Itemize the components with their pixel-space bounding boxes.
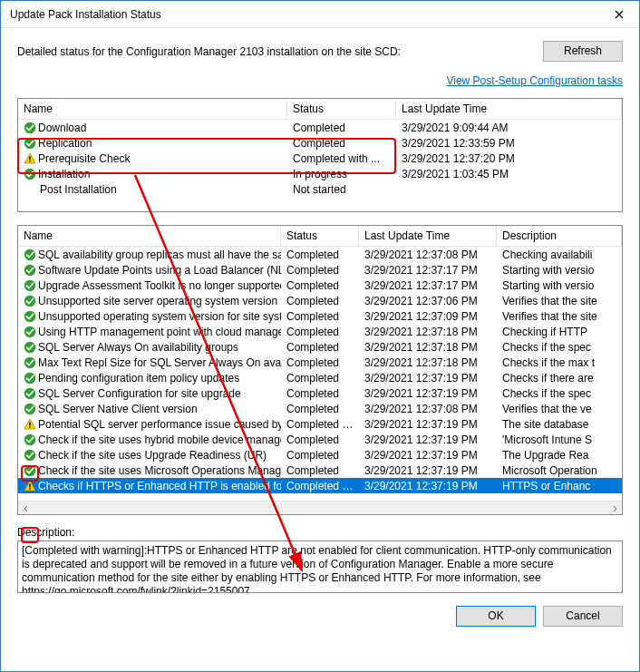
cell-time: 3/29/2021 12:37:18 PM — [359, 341, 497, 354]
cell-status: Completed — [281, 433, 359, 446]
svg-rect-3 — [29, 161, 30, 161]
cell-desc: Checking if HTTP — [497, 326, 622, 338]
cell-time: 3/29/2021 12:37:17 PM — [359, 264, 497, 277]
status-text: Detailed status for the Configuration Ma… — [17, 45, 543, 58]
cell-time: 3/29/2021 12:37:08 PM — [359, 403, 497, 415]
cell-name: Unsupported site server operating system… — [18, 295, 281, 307]
table-row[interactable]: SQL Server Native Client versionComplete… — [18, 401, 622, 416]
table-row[interactable]: Post InstallationNot started — [18, 181, 622, 197]
detail-list-header: Name Status Last Update Time Description — [18, 226, 622, 247]
cell-time: 3/29/2021 12:37:08 PM — [359, 248, 497, 261]
col-status[interactable]: Status — [287, 99, 396, 119]
col-time[interactable]: Last Update Time — [396, 99, 622, 119]
table-row[interactable]: Using HTTP management point with cloud m… — [18, 324, 622, 339]
table-row[interactable]: SQL availability group replicas must all… — [18, 247, 622, 262]
cell-name: Check if the site uses hybrid mobile dev… — [18, 433, 281, 446]
cell-name: Max Text Repl Size for SQL Server Always… — [18, 356, 281, 369]
cell-desc: Checks if there are — [497, 372, 622, 385]
cell-name: SQL Server Native Client version — [18, 403, 281, 415]
detail-list[interactable]: Name Status Last Update Time Description… — [17, 225, 623, 515]
check-icon — [24, 279, 36, 292]
cell-desc: Starting with versio — [497, 264, 622, 277]
cell-desc: Checking availabili — [497, 248, 622, 261]
table-row[interactable]: DownloadCompleted3/29/2021 9:09:44 AM — [18, 120, 622, 135]
cell-desc: Verifies that the site — [497, 310, 622, 323]
refresh-button[interactable]: Refresh — [543, 41, 623, 62]
table-row[interactable]: Software Update Points using a Load Bala… — [18, 262, 622, 278]
scroll-left-icon[interactable] — [18, 502, 34, 516]
cell-name: Unsupported operating system version for… — [18, 310, 281, 323]
phase-list-body: DownloadCompleted3/29/2021 9:09:44 AMRep… — [18, 120, 622, 212]
cell-name: Software Update Points using a Load Bala… — [18, 264, 281, 277]
cell-time: 3/29/2021 12:37:19 PM — [359, 449, 497, 462]
cell-status: Completed — [281, 387, 359, 400]
col-name[interactable]: Name — [18, 226, 281, 246]
table-row[interactable]: Prerequisite CheckCompleted with ...3/29… — [18, 151, 622, 166]
cell-status: Completed with ... — [281, 480, 359, 492]
cell-desc: The site database — [497, 418, 622, 431]
phase-list[interactable]: Name Status Last Update Time DownloadCom… — [17, 98, 623, 212]
table-row[interactable]: Unsupported operating system version for… — [18, 308, 622, 324]
content-area: Detailed status for the Configuration Ma… — [1, 28, 639, 671]
close-button[interactable] — [598, 1, 639, 28]
table-row[interactable]: Check if the site uses hybrid mobile dev… — [18, 432, 622, 447]
cell-name: Replication — [18, 137, 287, 150]
col-desc[interactable]: Description — [497, 226, 622, 246]
col-name[interactable]: Name — [18, 99, 287, 119]
ok-button[interactable]: OK — [456, 606, 536, 627]
check-icon — [24, 449, 36, 462]
horizontal-scrollbar[interactable] — [18, 501, 622, 515]
cell-desc: Checks if the spec — [497, 387, 622, 400]
cell-time: 3/29/2021 12:37:19 PM — [359, 418, 497, 431]
table-row[interactable]: Unsupported site server operating system… — [18, 293, 622, 308]
cell-status: Completed — [281, 372, 359, 385]
col-status[interactable]: Status — [281, 226, 359, 246]
cell-time: 3/29/2021 12:37:06 PM — [359, 295, 497, 307]
check-icon — [24, 356, 36, 369]
cell-name: SQL Server Always On availability groups — [18, 341, 281, 354]
table-row[interactable]: ReplicationCompleted3/29/2021 12:33:59 P… — [18, 135, 622, 151]
check-icon — [24, 433, 36, 446]
cell-time: 3/29/2021 12:37:19 PM — [359, 433, 497, 446]
table-row[interactable]: Check if the site uses Upgrade Readiness… — [18, 447, 622, 463]
table-row[interactable]: Pending configuration item policy update… — [18, 370, 622, 385]
phase-list-header: Name Status Last Update Time — [18, 99, 622, 120]
cell-time: 3/29/2021 12:37:17 PM — [359, 279, 497, 292]
description-box[interactable]: [Completed with warning]:HTTPS or Enhanc… — [17, 541, 623, 593]
svg-rect-21 — [29, 483, 30, 487]
cancel-button[interactable]: Cancel — [543, 606, 623, 627]
cell-name: Check if the site uses Microsoft Operati… — [18, 464, 281, 477]
cell-status: Completed with ... — [287, 152, 396, 165]
cell-time: 3/29/2021 1:03:45 PM — [396, 168, 622, 180]
scroll-right-icon[interactable] — [606, 502, 622, 516]
table-row[interactable]: Max Text Repl Size for SQL Server Always… — [18, 355, 622, 370]
cell-time: 3/29/2021 9:09:44 AM — [396, 122, 622, 134]
table-row[interactable]: Upgrade Assessment Toolkit is no longer … — [18, 278, 622, 293]
cell-name: SQL availability group replicas must all… — [18, 248, 281, 261]
table-row[interactable]: Potential SQL server performance issue c… — [18, 416, 622, 432]
check-icon — [24, 310, 36, 323]
check-icon — [24, 403, 36, 415]
window-title: Update Pack Installation Status — [10, 8, 598, 21]
check-icon — [24, 248, 36, 261]
check-icon — [24, 326, 36, 338]
cell-status: Not started — [287, 183, 396, 196]
table-row[interactable]: InstallationIn progress3/29/2021 1:03:45… — [18, 166, 622, 181]
title-bar: Update Pack Installation Status — [1, 1, 639, 28]
table-row[interactable]: SQL Server Configuration for site upgrad… — [18, 385, 622, 401]
table-row[interactable]: Checks if HTTPS or Enhanced HTTP is enab… — [18, 478, 622, 493]
cell-name: Installation — [18, 168, 287, 180]
post-setup-link[interactable]: View Post-Setup Configuration tasks — [446, 74, 623, 87]
svg-rect-22 — [29, 488, 30, 489]
check-icon — [24, 122, 36, 134]
col-time[interactable]: Last Update Time — [359, 226, 497, 246]
footer-buttons: OK Cancel — [17, 606, 623, 627]
table-row[interactable]: Check if the site uses Microsoft Operati… — [18, 463, 622, 478]
cell-time: 3/29/2021 12:37:18 PM — [359, 356, 497, 369]
link-row: View Post-Setup Configuration tasks — [17, 74, 623, 87]
cell-status: Completed — [281, 264, 359, 277]
cell-time: 3/29/2021 12:37:19 PM — [359, 480, 497, 492]
close-icon — [615, 10, 624, 19]
table-row[interactable]: SQL Server Always On availability groups… — [18, 339, 622, 355]
cell-status: Completed — [281, 310, 359, 323]
